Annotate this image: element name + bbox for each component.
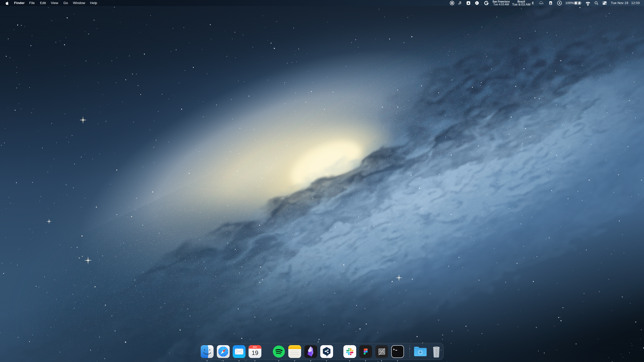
svg-text:19: 19	[252, 349, 258, 356]
svg-text:NOV: NOV	[253, 346, 257, 348]
